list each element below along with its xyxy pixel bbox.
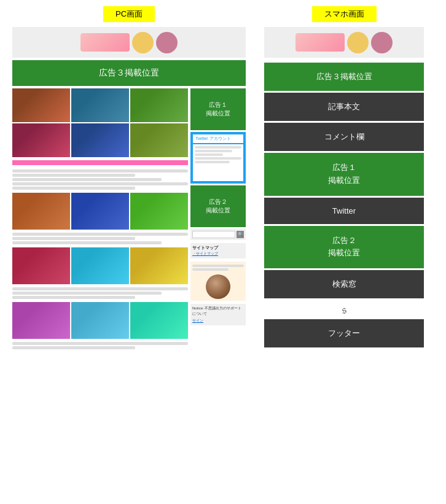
pc-search-button[interactable]: 🔍 [237, 231, 244, 238]
thumb-t9 [130, 302, 188, 339]
sp-block-twitter: Twitter [264, 198, 424, 224]
thumbnail-grid-1 [12, 88, 188, 157]
sp-header-icon2 [371, 32, 393, 53]
thumb-5 [71, 123, 129, 157]
thumb-2 [71, 88, 129, 122]
twitter-content [193, 144, 243, 181]
thumb-t5 [71, 247, 129, 284]
sp-header [264, 27, 424, 58]
sp-block-search: 検索窓 [264, 270, 424, 298]
pc-search-box: 🔍 [190, 229, 246, 240]
text-line [12, 287, 188, 290]
profile-text-lines [192, 263, 244, 272]
profile-avatar [206, 274, 230, 299]
pc-main-column [12, 88, 188, 351]
text-line [12, 292, 162, 295]
pc-ad2-box: 広告２ 掲載位置 [190, 185, 246, 227]
pc-sitemap-box: サイトマップ ・サイトマップ [190, 243, 246, 258]
pc-title: PC画面 [103, 6, 155, 22]
pc-search-input[interactable] [192, 231, 235, 238]
text-lines-1 [12, 168, 188, 191]
sp-block-footer: フッター [264, 319, 424, 347]
pc-footer-notice-box: Notice: 不思議出力のサポートについて サイン [190, 304, 246, 325]
thumb-t6 [130, 247, 188, 284]
text-line [192, 268, 229, 271]
thumb-t4 [12, 247, 70, 284]
text-line [12, 233, 188, 236]
twitter-line [195, 153, 223, 156]
thumbnail-grid-4 [12, 302, 188, 339]
sitemap-title: サイトマップ [192, 245, 244, 251]
text-line [12, 342, 188, 345]
sp-title: スマホ画面 [312, 6, 377, 22]
pc-header [12, 27, 246, 58]
footer-link[interactable]: サイン [192, 318, 244, 324]
text-lines-2 [12, 231, 188, 246]
pc-header-icon1 [132, 32, 154, 53]
text-line [12, 237, 135, 240]
sp-block-ad3: 広告３掲載位置 [264, 63, 424, 91]
thumbnail-grid-3 [12, 247, 188, 284]
sp-section: スマホ画面 広告３掲載位置 記事本文 コメント欄 広告１掲載位置 Twitter… [264, 6, 424, 349]
thumb-t2 [71, 193, 129, 230]
twitter-line [195, 150, 232, 152]
thumb-t1 [12, 193, 70, 230]
sp-block-comment: コメント欄 [264, 123, 424, 151]
sp-scroll-indicator: 𝔰 [342, 303, 346, 317]
thumb-t7 [12, 302, 70, 339]
twitter-line [195, 157, 241, 160]
text-line [12, 296, 135, 299]
text-line [12, 169, 188, 173]
pc-twitter-box: Twitter アカウント [190, 132, 246, 184]
thumb-4 [12, 123, 70, 157]
text-lines-4 [12, 341, 188, 351]
sp-logo [295, 33, 345, 52]
twitter-line [195, 146, 241, 149]
text-line [12, 174, 135, 177]
text-line [12, 182, 188, 185]
text-line [12, 178, 162, 181]
thumb-3 [130, 88, 188, 122]
text-line [12, 187, 135, 190]
sp-block-ad2: 広告２掲載位置 [264, 226, 424, 269]
twitter-header: Twitter アカウント [193, 134, 243, 143]
pc-section: PC画面 広告３掲載位置 [12, 6, 246, 351]
thumb-t8 [71, 302, 129, 339]
text-line [12, 241, 162, 244]
thumb-1 [12, 88, 70, 122]
pc-logo [80, 33, 130, 52]
pc-sidebar: 広告１ 掲載位置 Twitter アカウント 広告２ 掲載位置 [190, 88, 246, 351]
pc-ad1-box: 広告１ 掲載位置 [190, 88, 246, 130]
pc-ad3-box: 広告３掲載位置 [12, 60, 246, 86]
sp-block-article: 記事本文 [264, 93, 424, 121]
sp-block-ad1: 広告１掲載位置 [264, 153, 424, 196]
pc-profile-box [190, 262, 246, 301]
pc-content-area: 広告１ 掲載位置 Twitter アカウント 広告２ 掲載位置 [12, 88, 246, 351]
text-line [12, 346, 135, 349]
footer-notice-text: Notice: 不思議出力のサポートについて [192, 306, 244, 317]
sp-header-icon1 [347, 32, 369, 53]
sitemap-link[interactable]: ・サイトマップ [192, 251, 244, 257]
text-lines-3 [12, 286, 188, 300]
thumb-6 [130, 123, 188, 157]
thumbnail-grid-2 [12, 193, 188, 230]
twitter-line [195, 161, 230, 163]
pink-bar-1 [12, 160, 188, 165]
pc-header-icon2 [156, 32, 178, 53]
thumb-t3 [130, 193, 188, 230]
text-line [192, 265, 244, 267]
